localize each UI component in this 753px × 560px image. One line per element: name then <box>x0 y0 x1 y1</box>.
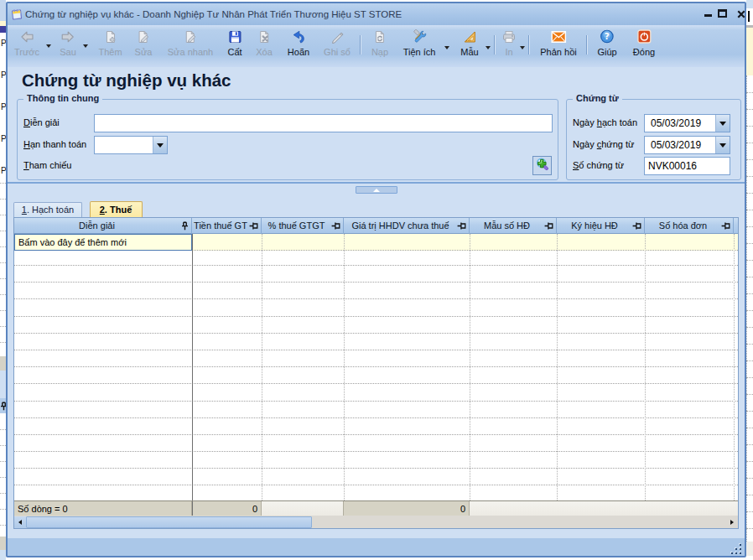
document-date-picker[interactable]: 05/03/2019 <box>644 136 730 154</box>
utilities-dropdown-caret-icon[interactable] <box>444 46 449 49</box>
reference-add-button[interactable] <box>532 156 552 175</box>
toolbar-button-template[interactable]: Mẫu <box>460 29 478 57</box>
document-number-input[interactable] <box>644 157 730 175</box>
toolbar-label: Trước <box>14 47 39 57</box>
collapse-splitter-button[interactable] <box>356 186 397 194</box>
grid-column-header[interactable]: Số hóa đơn <box>645 218 734 235</box>
grid-column-header[interactable]: Giá trị HHDV chưa thuế <box>344 218 470 235</box>
grid-column-header[interactable]: Diễn giải <box>14 218 192 235</box>
toolbar-button-print[interactable]: In <box>502 29 517 57</box>
scroll-right-arrow-icon[interactable] <box>730 520 734 525</box>
grid-column-header-label: Tiền thuế GT <box>192 220 249 231</box>
dropdown-button[interactable] <box>715 115 730 132</box>
grid-empty-row <box>14 299 738 316</box>
grid-column-header-label: Ký hiệu HĐ <box>557 220 632 231</box>
toolbar-button-post[interactable]: Ghi sổ <box>324 29 351 57</box>
toolbar-button-help[interactable]: ? Giúp <box>597 29 616 57</box>
unpinned-column-pin-icon[interactable] <box>457 221 466 231</box>
reference-label: Tham chiếu <box>23 160 72 170</box>
grid-add-cell[interactable]: Bấm vào đây để thêm mới <box>14 234 192 251</box>
collapse-arrow-icon <box>373 189 380 192</box>
fixed-column-separator-line <box>192 234 193 500</box>
scroll-left-arrow-icon[interactable] <box>18 520 22 525</box>
background-grid-line <box>0 429 6 430</box>
toolbar-button-close-window[interactable]: Đóng <box>633 29 655 57</box>
app-window: Chứng từ nghiệp vụ khác - Doanh Nghiệp T… <box>6 2 746 557</box>
payment-term-combobox[interactable] <box>94 136 168 154</box>
unpinned-column-pin-icon[interactable] <box>331 221 340 231</box>
background-grid-line <box>0 310 6 311</box>
grid-empty-row <box>14 266 738 283</box>
toolbar-button-add[interactable]: Thêm <box>98 29 122 57</box>
toolbar-button-undo[interactable]: Hoãn <box>288 29 309 57</box>
resize-grip-dot <box>731 552 734 555</box>
grid-empty-row <box>14 334 738 350</box>
toolbar-label: Cất <box>227 47 241 57</box>
window-bottom-band <box>8 538 745 556</box>
toolbar-button-delete[interactable]: Xóa <box>256 29 273 57</box>
pinned-column-pin-icon[interactable] <box>181 221 189 231</box>
window-notepad-icon <box>10 8 23 21</box>
posting-date-picker[interactable]: 05/03/2019 <box>644 114 730 132</box>
toolbar-button-edit[interactable]: Sửa <box>135 29 153 57</box>
background-grid-line <box>0 262 6 263</box>
minimize-button[interactable] <box>702 3 715 25</box>
tab-thue[interactable]: 2. Thuế <box>90 201 143 217</box>
background-grid-line <box>0 278 6 279</box>
help-icon: ? <box>600 29 615 44</box>
previous-dropdown-caret-icon[interactable] <box>46 44 51 48</box>
svg-text:?: ? <box>605 31 610 41</box>
template-dropdown-caret-icon[interactable] <box>486 46 491 49</box>
background-grid-line <box>746 92 753 93</box>
toolbar-button-reload[interactable]: Nạp <box>371 29 388 57</box>
toolbar-button-utilities[interactable]: Tiện ích <box>403 29 436 57</box>
grid-column-header[interactable]: Mẫu số HĐ <box>470 218 557 235</box>
print-dropdown-caret-icon[interactable] <box>520 46 525 49</box>
document-number-label: Số chứng từ <box>573 160 624 170</box>
background-grid-line <box>746 411 753 412</box>
dropdown-arrow-icon <box>719 143 726 148</box>
next-dropdown-caret-icon[interactable] <box>83 44 88 48</box>
grid-column-header[interactable]: % thuế GTGT <box>262 218 344 235</box>
toolbar-separator <box>528 35 529 54</box>
background-grid-line <box>746 126 753 127</box>
toolbar-button-save[interactable]: Cất <box>227 29 241 57</box>
close-button[interactable] <box>735 3 749 25</box>
toolbar-button-feedback[interactable]: Phản hồi <box>540 29 576 57</box>
background-grid-line <box>0 525 6 526</box>
grid-column-header[interactable]: Ký hiệu HĐ <box>557 218 645 235</box>
scrollbar-thumb[interactable] <box>26 516 312 528</box>
unpinned-column-pin-icon[interactable] <box>632 221 641 231</box>
toolbar-separator <box>494 35 495 54</box>
horizontal-scrollbar[interactable] <box>14 516 738 528</box>
toolbar-button-next[interactable]: Sau <box>60 29 76 57</box>
dropdown-button[interactable] <box>715 137 730 153</box>
background-grid-line <box>0 326 6 327</box>
toolbar-label: Thêm <box>98 47 122 57</box>
grid-empty-row <box>14 452 738 469</box>
maximize-button[interactable] <box>716 3 730 25</box>
tab-hach-toan[interactable]: 1. Hạch toán <box>13 202 82 217</box>
grid-body[interactable] <box>14 251 738 500</box>
grid-empty-row <box>14 251 738 266</box>
unpinned-column-pin-icon[interactable] <box>249 221 258 231</box>
general-info-group: Thông tin chung Diễn giải Hạn thanh toán… <box>17 99 558 180</box>
background-grid-line <box>746 478 753 479</box>
toolbar-button-quick-edit[interactable]: Sửa nhanh <box>168 29 213 57</box>
grid-header-row: Diễn giảiTiền thuế GT% thuế GTGTGiá trị … <box>14 218 738 235</box>
background-grid-line <box>746 394 753 395</box>
toolbar-label: Phản hồi <box>540 47 576 57</box>
background-grid-line <box>0 477 6 478</box>
grid-empty-row <box>14 418 738 435</box>
grid-column-header[interactable]: Tiền thuế GT <box>192 218 262 235</box>
grid-add-row[interactable]: Bấm vào đây để thêm mới <box>14 234 738 251</box>
unpinned-column-pin-icon[interactable] <box>721 221 730 231</box>
resize-grip-dot <box>735 548 738 551</box>
grid-empty-row <box>14 384 738 401</box>
background-grid-line <box>746 75 747 542</box>
unpinned-column-pin-icon[interactable] <box>544 221 553 231</box>
toolbar-button-previous[interactable]: Trước <box>14 29 39 57</box>
resize-grip-dot <box>735 552 738 555</box>
description-input[interactable] <box>94 114 553 132</box>
dropdown-button[interactable] <box>153 137 167 153</box>
